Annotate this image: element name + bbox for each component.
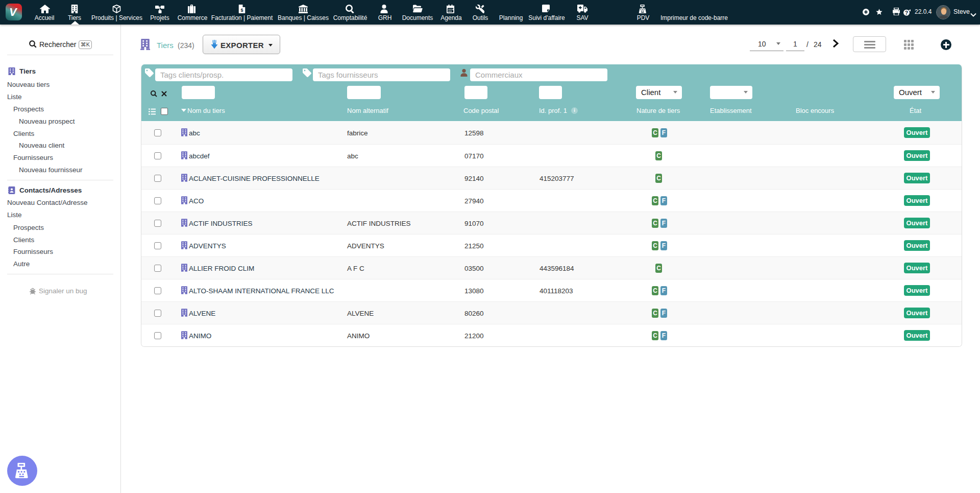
svg-text:$: $: [240, 8, 243, 13]
svg-text:?: ?: [905, 10, 908, 16]
